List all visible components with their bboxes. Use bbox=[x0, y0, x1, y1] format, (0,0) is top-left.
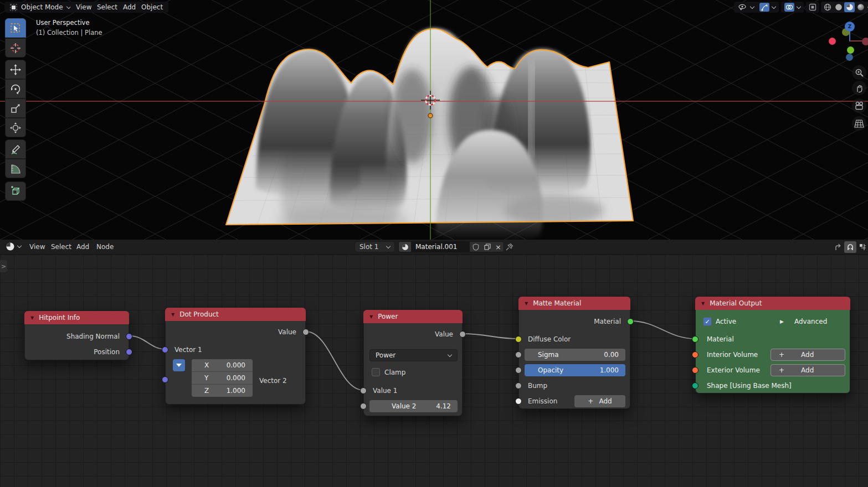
selectability-dropdown[interactable] bbox=[734, 2, 758, 13]
collapse-triangle-icon[interactable]: ▼ bbox=[701, 301, 705, 306]
tool-move[interactable] bbox=[5, 60, 26, 79]
socket-in-material[interactable] bbox=[692, 336, 698, 343]
gizmo-axis-z-neg-ball[interactable] bbox=[846, 54, 853, 61]
active-checkbox[interactable]: ✓ bbox=[703, 317, 712, 326]
tool-measure[interactable] bbox=[5, 159, 26, 178]
socket-out-value[interactable] bbox=[302, 329, 309, 335]
zoom-view-button[interactable] bbox=[852, 65, 866, 80]
ne-menu-add[interactable]: Add bbox=[76, 243, 89, 251]
socket-out-material[interactable] bbox=[627, 318, 634, 325]
editor-type-dropdown[interactable] bbox=[6, 242, 21, 251]
material-name-field[interactable]: Material.001 bbox=[411, 242, 470, 252]
node-dot-product[interactable]: ▼ Dot Product Value Vector 1 X0.000 Y0.0… bbox=[165, 308, 306, 405]
node-header-hitpoint-info[interactable]: ▼ Hitpoint Info bbox=[24, 311, 129, 324]
gizmo-axis-y-pos-ball[interactable] bbox=[847, 46, 854, 54]
node-header-dot-product[interactable]: ▼ Dot Product bbox=[165, 308, 306, 321]
gizmo-axis-z-ball[interactable]: Z bbox=[845, 22, 855, 32]
socket-in-opacity[interactable] bbox=[515, 367, 522, 374]
emission-add-button[interactable]: +Add bbox=[574, 395, 625, 407]
collapse-triangle-icon[interactable]: ▼ bbox=[369, 314, 373, 319]
socket-in-emission[interactable] bbox=[515, 398, 522, 405]
menu-object[interactable]: Object bbox=[136, 2, 168, 13]
value2-field[interactable]: Value 24.12 bbox=[369, 400, 458, 412]
parent-node-tree-button[interactable] bbox=[832, 242, 843, 252]
snap-toggle-button[interactable] bbox=[844, 241, 856, 253]
fake-user-shield-button[interactable] bbox=[470, 242, 481, 252]
opacity-field[interactable]: Opacity1.000 bbox=[525, 364, 625, 376]
pan-view-button[interactable] bbox=[852, 81, 866, 95]
material-slot-dropdown[interactable]: Slot 1 bbox=[355, 241, 395, 252]
node-material-output[interactable]: ▼ Material Output ✓ Active ▶ Advanced Ma… bbox=[695, 297, 850, 393]
xray-toggle[interactable] bbox=[806, 2, 819, 13]
orthographic-toggle-button[interactable] bbox=[852, 116, 866, 131]
exterior-volume-add-button[interactable]: +Add bbox=[771, 364, 845, 376]
viewport-3d[interactable]: Object Mode View Select Add Object bbox=[0, 0, 868, 240]
tool-cursor[interactable] bbox=[5, 38, 26, 58]
socket-in-exterior-volume[interactable] bbox=[692, 367, 698, 374]
chevron-down-icon bbox=[750, 4, 754, 8]
vector-x-field[interactable]: X0.000 bbox=[192, 359, 253, 371]
socket-in-vector2[interactable] bbox=[162, 376, 168, 383]
collapse-triangle-icon[interactable]: ▼ bbox=[171, 312, 174, 317]
shader-node-editor[interactable]: View Select Add Node Slot 1 Material.001 bbox=[0, 240, 868, 487]
pin-button[interactable] bbox=[505, 242, 514, 251]
duplicate-material-button[interactable] bbox=[481, 242, 493, 252]
socket-out-position[interactable] bbox=[126, 349, 132, 355]
node-hitpoint-info[interactable]: ▼ Hitpoint Info Shading Normal Position bbox=[24, 311, 129, 360]
gizmos-dropdown[interactable] bbox=[756, 2, 779, 13]
ne-menu-node[interactable]: Node bbox=[96, 243, 114, 251]
socket-in-bump[interactable] bbox=[515, 382, 522, 389]
tool-scale[interactable] bbox=[5, 99, 26, 118]
socket-out-shading-normal[interactable] bbox=[126, 333, 132, 340]
collapse-triangle-icon[interactable]: ▼ bbox=[525, 301, 528, 306]
object-origin-dot[interactable] bbox=[428, 113, 433, 118]
chevron-down-icon bbox=[772, 4, 776, 8]
advanced-expand-triangle[interactable]: ▶ bbox=[780, 317, 784, 327]
clamp-checkbox[interactable] bbox=[372, 368, 380, 376]
socket-in-sigma[interactable] bbox=[515, 351, 522, 358]
advanced-label[interactable]: Advanced bbox=[794, 317, 827, 327]
overlays-dropdown[interactable] bbox=[781, 2, 804, 13]
node-canvas[interactable]: > ▼ Hitpoint Info Shading Normal Positio… bbox=[0, 255, 868, 487]
chevron-down-icon bbox=[17, 244, 22, 248]
gizmo-axis-x-ball[interactable] bbox=[829, 38, 836, 45]
node-header-matte-material[interactable]: ▼ Matte Material bbox=[518, 297, 630, 310]
vector-z-field[interactable]: Z1.000 bbox=[192, 385, 253, 397]
ne-menu-select[interactable]: Select bbox=[51, 243, 71, 251]
snap-mode-dropdown[interactable] bbox=[857, 242, 868, 252]
sigma-field[interactable]: Sigma0.00 bbox=[525, 349, 625, 361]
material-icon[interactable] bbox=[399, 242, 411, 252]
tool-add-cube[interactable] bbox=[5, 182, 26, 201]
ne-menu-view[interactable]: View bbox=[29, 243, 45, 251]
socket-in-shape[interactable] bbox=[692, 382, 698, 389]
interior-volume-add-button[interactable]: +Add bbox=[771, 349, 845, 361]
camera-view-button[interactable] bbox=[852, 99, 866, 113]
shading-wireframe-button[interactable] bbox=[822, 2, 833, 12]
gizmo-axis-x-neg-ball[interactable] bbox=[862, 38, 868, 45]
node-header-power[interactable]: ▼ Power bbox=[363, 310, 463, 323]
socket-in-vector1[interactable] bbox=[162, 346, 168, 353]
tool-select-box[interactable] bbox=[5, 18, 26, 38]
tool-annotate[interactable] bbox=[5, 139, 26, 159]
math-operation-dropdown[interactable]: Power bbox=[369, 349, 458, 361]
tool-rotate[interactable] bbox=[5, 79, 26, 99]
collapse-triangle-icon[interactable]: ▼ bbox=[30, 315, 34, 320]
socket-in-interior-volume[interactable] bbox=[692, 351, 698, 358]
socket-in-diffuse-color[interactable] bbox=[515, 336, 522, 343]
shading-material-preview-button[interactable] bbox=[844, 2, 855, 12]
vector-y-field[interactable]: Y0.000 bbox=[192, 372, 253, 384]
node-power[interactable]: ▼ Power Value Power Clamp Value 1 Value … bbox=[363, 310, 463, 416]
unlink-material-button[interactable]: × bbox=[493, 242, 504, 252]
socket-out-value[interactable] bbox=[459, 331, 466, 338]
node-matte-material[interactable]: ▼ Matte Material Material Diffuse Color … bbox=[518, 297, 630, 409]
shading-solid-button[interactable] bbox=[833, 2, 844, 12]
node-title: Dot Product bbox=[179, 310, 219, 318]
node-header-material-output[interactable]: ▼ Material Output bbox=[695, 297, 850, 310]
viewport-3d-scene[interactable] bbox=[0, 0, 868, 240]
socket-in-value2[interactable] bbox=[360, 403, 367, 410]
tool-transform[interactable] bbox=[5, 118, 26, 137]
vector-expand-button[interactable] bbox=[173, 359, 185, 371]
shading-rendered-button[interactable] bbox=[855, 2, 866, 12]
socket-in-value1[interactable] bbox=[360, 387, 367, 394]
object-mode-dropdown[interactable]: Object Mode bbox=[4, 2, 76, 13]
